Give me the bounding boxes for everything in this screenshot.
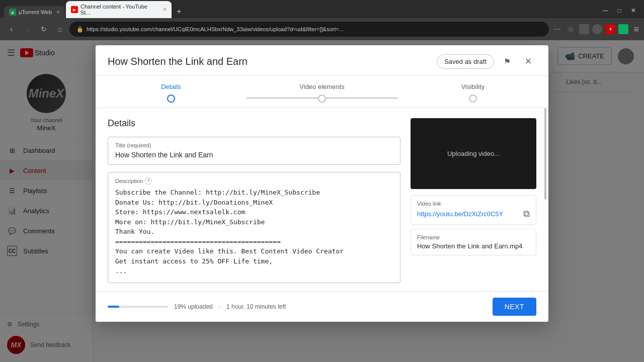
progress-percent-text: 19% uploaded bbox=[174, 303, 213, 310]
modal-header-right: Saved as draft ⚑ × bbox=[437, 53, 536, 69]
modal-scrollbar[interactable] bbox=[543, 108, 547, 291]
utorrent-tab-label: µTorrent Web bbox=[19, 9, 52, 15]
filename-section: Filename How Shorten the Link and Earn.m… bbox=[411, 229, 536, 255]
saved-draft-button[interactable]: Saved as draft bbox=[437, 54, 494, 69]
maximize-button[interactable]: □ bbox=[613, 5, 626, 16]
back-button[interactable]: ‹ bbox=[5, 23, 18, 36]
description-field-label: Description bbox=[115, 178, 143, 184]
youtube-tab-label: Channel content - YouTube St... bbox=[80, 4, 158, 16]
steps-bar: Details Video elements Visibility bbox=[96, 76, 548, 108]
modal-left-column: Details Title (required) Description ? S… bbox=[108, 118, 400, 283]
description-input[interactable]: Subscribe the Channel: http://bit.ly/Min… bbox=[115, 188, 393, 276]
step-visibility-dot bbox=[469, 95, 477, 103]
saved-draft-label: Saved as draft bbox=[444, 58, 487, 65]
description-help-icon[interactable]: ? bbox=[145, 177, 152, 185]
toolbar-icon-1[interactable] bbox=[579, 24, 589, 34]
minimize-button[interactable]: ─ bbox=[599, 5, 612, 16]
title-input[interactable] bbox=[115, 151, 393, 159]
toolbar-icon-2[interactable] bbox=[592, 24, 602, 34]
address-text: https://studio.youtube.com/channel/UCqIE… bbox=[87, 26, 344, 32]
tab-bar: µ µTorrent Web × ▶ Channel content - You… bbox=[0, 0, 644, 18]
toolbar-icon-3[interactable]: ▼ bbox=[605, 24, 615, 34]
uploading-text: Uploading video... bbox=[447, 150, 500, 157]
lock-icon: 🔒 bbox=[76, 26, 84, 33]
progress-separator: · bbox=[219, 303, 220, 310]
extensions-button[interactable]: ⋯ bbox=[552, 24, 563, 35]
time-left-text: 1 hour, 10 minutes left bbox=[226, 303, 286, 310]
upload-modal: How Shorten the Link and Earn Saved as d… bbox=[96, 45, 548, 322]
address-bar-row: ‹ › ↻ ⌂ 🔒 https://studio.youtube.com/cha… bbox=[0, 18, 644, 40]
upload-progress-section: 19% uploaded · 1 hour, 10 minutes left bbox=[108, 303, 493, 310]
utorrent-favicon: µ bbox=[9, 9, 16, 16]
section-title: Details bbox=[108, 118, 400, 129]
next-button[interactable]: NEXT bbox=[493, 298, 536, 316]
close-icon: × bbox=[525, 55, 532, 68]
video-link-section: Video link https://youtu.be/DzXiZrc0C5Y … bbox=[411, 195, 536, 225]
bookmark-button[interactable]: ☆ bbox=[565, 24, 576, 35]
step-video-elements[interactable]: Video elements bbox=[247, 83, 397, 103]
toolbar-icon-4[interactable] bbox=[618, 24, 628, 34]
progress-bar-container bbox=[108, 306, 168, 308]
browser-window: µ µTorrent Web × ▶ Channel content - You… bbox=[0, 0, 644, 40]
modal-right-column: Uploading video... Video link https://yo… bbox=[411, 118, 536, 283]
modal-title: How Shorten the Link and Earn bbox=[108, 56, 248, 67]
progress-bar-fill bbox=[108, 306, 119, 308]
new-tab-button[interactable]: + bbox=[173, 5, 185, 18]
description-field-group: Description ? Subscribe the Channel: htt… bbox=[108, 172, 400, 283]
flag-button[interactable]: ⚑ bbox=[499, 53, 515, 69]
description-label-row: Description ? bbox=[115, 177, 393, 185]
filename-value: How Shorten the Link and Earn.mp4 bbox=[417, 242, 530, 250]
title-field-group: Title (required) bbox=[108, 137, 400, 165]
youtube-favicon: ▶ bbox=[71, 6, 78, 13]
filename-label: Filename bbox=[417, 234, 530, 240]
reload-button[interactable]: ↻ bbox=[37, 23, 50, 36]
modal-header: How Shorten the Link and Earn Saved as d… bbox=[96, 45, 548, 76]
tab-utorrent[interactable]: µ µTorrent Web × bbox=[4, 6, 65, 18]
copy-link-button[interactable]: ⧉ bbox=[523, 209, 530, 219]
browser-menu-buttons: ⋯ ☆ bbox=[552, 24, 576, 35]
next-label: NEXT bbox=[505, 303, 524, 311]
step-visibility-label: Visibility bbox=[461, 83, 485, 90]
youtube-tab-close[interactable]: × bbox=[163, 6, 167, 13]
forward-button[interactable]: › bbox=[21, 23, 34, 36]
step-details-dot bbox=[167, 95, 175, 103]
modal-body: Details Title (required) Description ? S… bbox=[96, 108, 548, 291]
flag-icon: ⚑ bbox=[504, 57, 511, 66]
video-link-row: https://youtu.be/DzXiZrc0C5Y ⧉ bbox=[417, 209, 530, 219]
step-visibility[interactable]: Visibility bbox=[397, 83, 548, 103]
yt-studio-app: ☰ Studio MineX Your channel MineX ⊞ Dash… bbox=[0, 40, 644, 362]
address-bar[interactable]: 🔒 https://studio.youtube.com/channel/UCq… bbox=[69, 22, 549, 37]
browser-menu-button[interactable]: ≡ bbox=[633, 24, 639, 35]
step-video-elements-label: Video elements bbox=[299, 83, 344, 90]
window-controls: ─ □ × bbox=[599, 5, 644, 18]
video-link-label: Video link bbox=[417, 201, 530, 207]
close-modal-button[interactable]: × bbox=[520, 53, 536, 69]
step-details[interactable]: Details bbox=[96, 83, 247, 103]
tab-youtube[interactable]: ▶ Channel content - YouTube St... × bbox=[66, 1, 172, 18]
modal-footer: 19% uploaded · 1 hour, 10 minutes left N… bbox=[96, 291, 548, 322]
video-link-url[interactable]: https://youtu.be/DzXiZrc0C5Y bbox=[417, 210, 503, 218]
step-details-label: Details bbox=[161, 83, 181, 90]
scrollbar-thumb[interactable] bbox=[544, 108, 546, 200]
title-field-label: Title (required) bbox=[115, 142, 393, 148]
home-button[interactable]: ⌂ bbox=[53, 23, 66, 36]
modal-overlay[interactable]: How Shorten the Link and Earn Saved as d… bbox=[0, 40, 644, 362]
toolbar-icons: ▼ ≡ bbox=[579, 24, 639, 35]
close-window-button[interactable]: × bbox=[627, 5, 640, 16]
video-preview: Uploading video... bbox=[411, 118, 536, 189]
step-video-elements-dot bbox=[318, 95, 326, 103]
utorrent-tab-close[interactable]: × bbox=[56, 9, 60, 16]
